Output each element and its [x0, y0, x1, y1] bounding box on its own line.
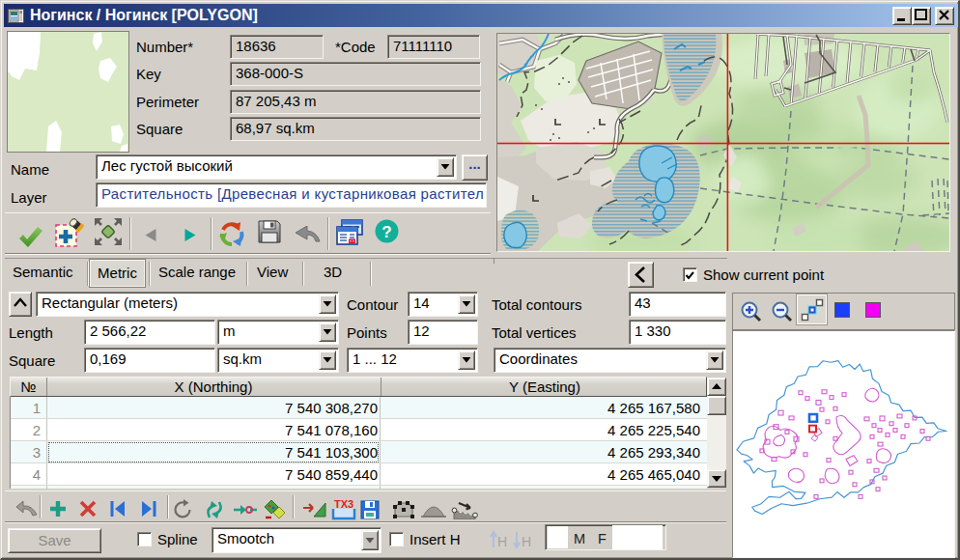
svg-text:H: H [497, 534, 507, 549]
svg-text:?: ? [381, 223, 391, 241]
svg-text:TX3: TX3 [334, 498, 353, 510]
svg-text:H: H [522, 534, 531, 549]
